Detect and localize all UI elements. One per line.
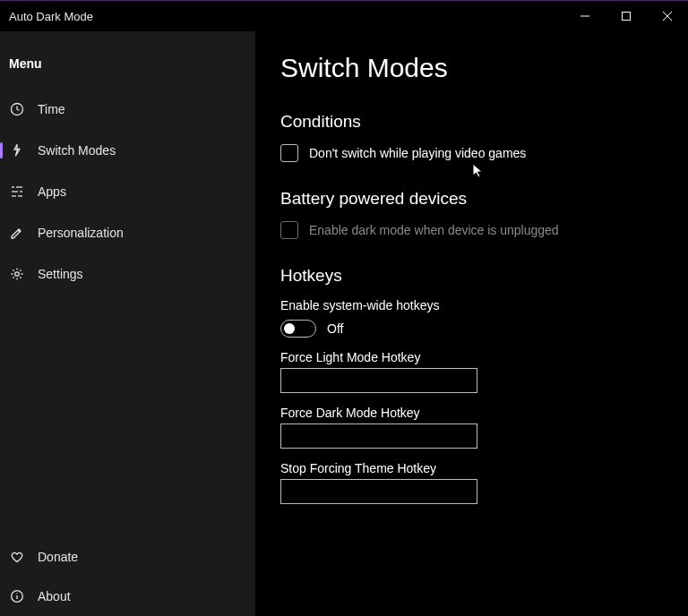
sidebar-item-label: Personalization — [38, 226, 124, 240]
conditions-group: Conditions Don't switch while playing vi… — [280, 112, 663, 162]
svg-point-14 — [16, 593, 17, 594]
checkbox-label: Don't switch while playing video games — [309, 146, 526, 160]
minimize-button[interactable] — [564, 1, 606, 31]
svg-point-11 — [15, 272, 19, 276]
personalization-icon — [9, 226, 25, 240]
switch-icon — [9, 143, 25, 158]
dont-switch-gaming-checkbox[interactable]: Don't switch while playing video games — [280, 144, 663, 162]
titlebar: Auto Dark Mode — [0, 1, 688, 31]
sidebar-item-time[interactable]: Time — [0, 89, 255, 130]
enable-hotkeys-toggle[interactable] — [280, 320, 316, 338]
window-title: Auto Dark Mode — [9, 10, 93, 23]
sidebar: Menu Time Switch Modes — [0, 31, 255, 616]
svg-rect-1 — [623, 13, 631, 21]
checkbox-icon — [280, 144, 298, 162]
hotkeys-group: Hotkeys Enable system-wide hotkeys Off F… — [280, 266, 663, 504]
sidebar-item-label: Apps — [38, 184, 66, 199]
sidebar-item-label: Donate — [38, 550, 78, 564]
battery-group: Battery powered devices Enable dark mode… — [280, 189, 663, 239]
sidebar-nav: Time Switch Modes Apps — [0, 89, 255, 295]
enable-dark-unplugged-checkbox: Enable dark mode when device is unplugge… — [280, 221, 663, 239]
sidebar-footer: Donate About — [0, 537, 255, 616]
sidebar-item-switch-modes[interactable]: Switch Modes — [0, 130, 255, 171]
clock-icon — [9, 102, 25, 116]
heart-icon — [9, 550, 25, 564]
force-dark-label: Force Dark Mode Hotkey — [280, 406, 663, 420]
force-dark-input[interactable] — [280, 424, 477, 449]
hotkeys-heading: Hotkeys — [280, 266, 663, 286]
sidebar-item-personalization[interactable]: Personalization — [0, 212, 255, 253]
caption-buttons — [564, 1, 688, 31]
force-light-input[interactable] — [280, 368, 477, 393]
sidebar-item-apps[interactable]: Apps — [0, 171, 255, 212]
close-button[interactable] — [647, 1, 688, 31]
page-title: Switch Modes — [280, 53, 663, 83]
content-area: Switch Modes Conditions Don't switch whi… — [255, 31, 688, 616]
sidebar-item-label: About — [38, 589, 71, 603]
sidebar-item-label: Switch Modes — [38, 143, 116, 158]
info-icon — [9, 589, 25, 603]
force-light-label: Force Light Mode Hotkey — [280, 350, 663, 364]
stop-forcing-input[interactable] — [280, 479, 477, 504]
app-window: Auto Dark Mode Menu Time — [0, 0, 688, 616]
sidebar-item-settings[interactable]: Settings — [0, 253, 255, 295]
conditions-heading: Conditions — [280, 112, 663, 132]
checkbox-label: Enable dark mode when device is unplugge… — [309, 223, 559, 237]
sidebar-item-about[interactable]: About — [0, 577, 255, 616]
battery-heading: Battery powered devices — [280, 189, 663, 209]
sidebar-item-donate[interactable]: Donate — [0, 537, 255, 577]
sidebar-item-label: Time — [38, 102, 65, 116]
maximize-button[interactable] — [606, 1, 647, 31]
gear-icon — [9, 267, 25, 281]
checkbox-icon — [280, 221, 298, 239]
toggle-state-label: Off — [327, 321, 343, 336]
sidebar-item-label: Settings — [38, 267, 83, 281]
enable-hotkeys-label: Enable system-wide hotkeys — [280, 298, 663, 312]
apps-icon — [9, 184, 25, 199]
sidebar-header: Menu — [0, 37, 255, 89]
stop-forcing-label: Stop Forcing Theme Hotkey — [280, 461, 663, 475]
